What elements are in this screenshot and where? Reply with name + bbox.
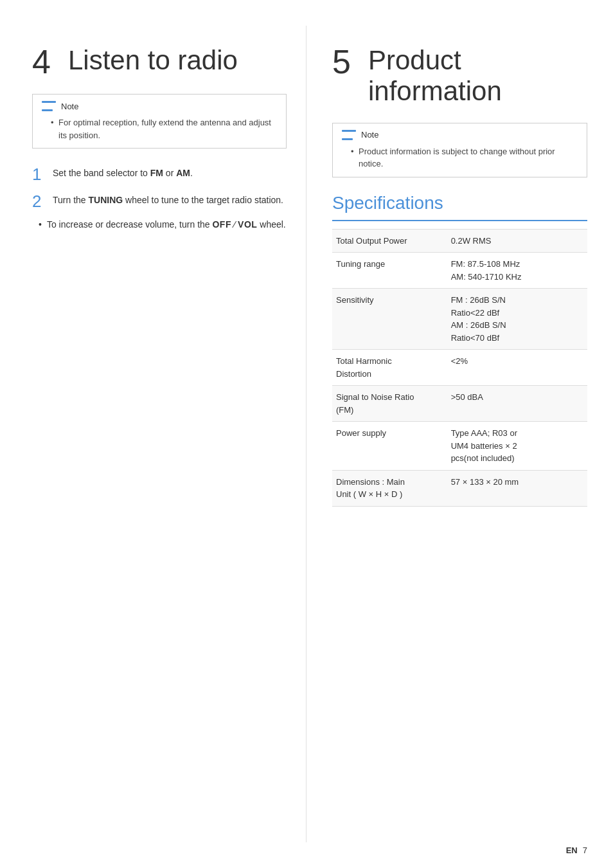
step-1-number: 1 — [32, 164, 53, 186]
section-5-title-line2: information — [368, 76, 502, 107]
spec-label-total-output: Total Output Power — [332, 229, 447, 253]
page-footer: EN 7 — [566, 845, 587, 855]
section-4-title: Listen to radio — [68, 45, 238, 76]
spec-label-tuning-range: Tuning range — [332, 253, 447, 289]
spec-value-dimensions: 57 × 133 × 20 mm — [447, 470, 587, 506]
step-2: 2 Turn the TUNING wheel to tune to the t… — [32, 191, 287, 213]
note-box-right: Note Product information is subject to c… — [332, 123, 587, 177]
spec-value-snr: >50 dBA — [447, 386, 587, 422]
spec-label-power: Power supply — [332, 422, 447, 471]
note-header-right: Note — [342, 130, 578, 140]
note-item-right-1: Product information is subject to change… — [351, 145, 578, 170]
table-row: Total Output Power 0.2W RMS — [332, 229, 587, 253]
footer-page: 7 — [583, 845, 587, 855]
section-5-title-block: Product information — [368, 45, 502, 107]
bullet-dot: • — [39, 219, 42, 230]
spec-value-thd: <2% — [447, 350, 587, 386]
note-icon-right-line-2 — [342, 138, 353, 140]
spec-label-thd: Total HarmonicDistortion — [332, 350, 447, 386]
table-row: Total HarmonicDistortion <2% — [332, 350, 587, 386]
bullet-vol: • To increase or decrease volume, turn t… — [32, 218, 287, 231]
spec-value-total-output: 0.2W RMS — [447, 229, 587, 253]
spec-value-sensitivity: FM : 26dB S/NRatio<22 dBfAM : 26dB S/NRa… — [447, 289, 587, 350]
section-4-number: 4 — [32, 45, 58, 78]
spec-label-sensitivity: Sensitivity — [332, 289, 447, 350]
note-icon-right-line-1 — [342, 130, 356, 132]
step-2-text: Turn the TUNING wheel to tune to the tar… — [53, 191, 283, 207]
section-5-header: 5 Product information — [332, 45, 587, 107]
table-row: Dimensions : MainUnit ( W × H × D ) 57 ×… — [332, 470, 587, 506]
note-icon-line-2 — [42, 109, 53, 111]
specifications-title: Specifications — [332, 193, 587, 221]
specifications-section: Specifications Total Output Power 0.2W R… — [332, 193, 587, 507]
note-content-right: Product information is subject to change… — [342, 145, 578, 170]
note-header-left: Note — [42, 101, 277, 111]
spec-label-snr: Signal to Noise Ratio(FM) — [332, 386, 447, 422]
footer-lang: EN — [566, 845, 578, 855]
note-box-left: Note For optimal reception, fully extend… — [32, 94, 287, 149]
step-1-text: Set the band selector to FM or AM. — [53, 164, 193, 180]
section-4-header: 4 Listen to radio — [32, 45, 287, 78]
step-2-number: 2 — [32, 191, 53, 213]
spec-value-tuning-range: FM: 87.5-108 MHzAM: 540-1710 KHz — [447, 253, 587, 289]
note-icon-right — [342, 130, 356, 140]
note-icon-left — [42, 101, 56, 111]
note-icon-line-1 — [42, 101, 56, 103]
spec-label-dimensions: Dimensions : MainUnit ( W × H × D ) — [332, 470, 447, 506]
table-row: Signal to Noise Ratio(FM) >50 dBA — [332, 386, 587, 422]
section-5-number: 5 — [332, 45, 358, 78]
note-content-left: For optimal reception, fully extend the … — [42, 116, 277, 141]
steps-container: 1 Set the band selector to FM or AM. 2 T… — [32, 164, 287, 231]
bullet-vol-text: To increase or decrease volume, turn the… — [47, 218, 286, 231]
table-row: Sensitivity FM : 26dB S/NRatio<22 dBfAM … — [332, 289, 587, 350]
specifications-table: Total Output Power 0.2W RMS Tuning range… — [332, 229, 587, 507]
section-5-title-line1: Product — [368, 45, 502, 76]
table-row: Tuning range FM: 87.5-108 MHzAM: 540-171… — [332, 253, 587, 289]
spec-value-power: Type AAA; R03 orUM4 batteries × 2pcs(not… — [447, 422, 587, 471]
step-1: 1 Set the band selector to FM or AM. — [32, 164, 287, 186]
note-label-right: Note — [361, 130, 378, 140]
note-item-left-1: For optimal reception, fully extend the … — [51, 116, 277, 141]
table-row: Power supply Type AAA; R03 orUM4 batteri… — [332, 422, 587, 471]
note-label-left: Note — [61, 102, 78, 111]
